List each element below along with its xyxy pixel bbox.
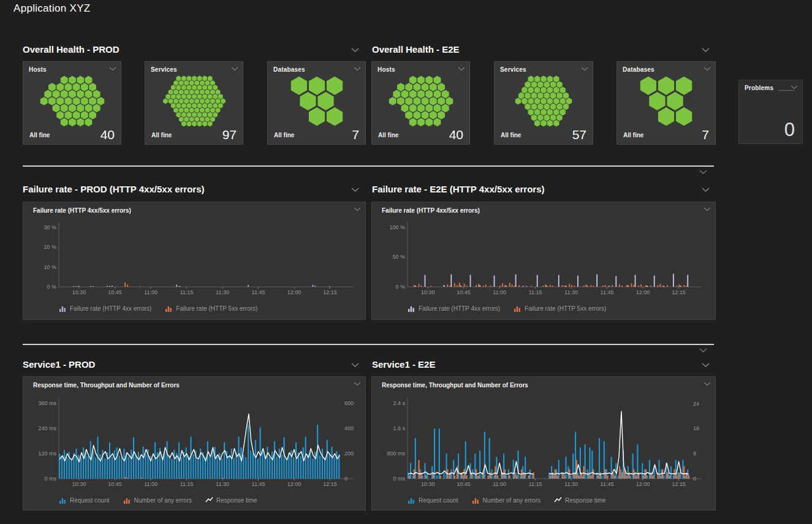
hexagon-healthy[interactable]	[93, 104, 100, 113]
hexagon-healthy[interactable]	[218, 94, 222, 99]
hexagon-healthy[interactable]	[69, 118, 76, 126]
hexagon-healthy[interactable]	[550, 115, 556, 121]
chevron-down-icon[interactable]	[351, 188, 359, 192]
hexagon-healthy[interactable]	[181, 75, 186, 81]
hexagon-healthy[interactable]	[528, 87, 534, 94]
hexagon-healthy[interactable]	[534, 109, 540, 116]
hexagon-healthy[interactable]	[202, 112, 207, 118]
hexagon-healthy[interactable]	[205, 107, 210, 113]
chevron-down-icon[interactable]	[702, 48, 710, 53]
hexagon-healthy[interactable]	[192, 121, 197, 127]
hexagon-healthy[interactable]	[544, 104, 550, 110]
hexagon-healthy[interactable]	[676, 107, 692, 126]
hexagon-healthy[interactable]	[429, 111, 436, 120]
hexagon-healthy[interactable]	[210, 116, 215, 122]
hexagon-healthy[interactable]	[197, 112, 202, 118]
hexagon-healthy[interactable]	[170, 85, 175, 90]
hexagon-healthy[interactable]	[417, 104, 425, 113]
hexagon-healthy[interactable]	[176, 103, 181, 108]
hexagon-healthy[interactable]	[189, 89, 194, 95]
hexagon-healthy[interactable]	[215, 89, 220, 95]
hexagon-healthy[interactable]	[176, 112, 181, 118]
hexagon-healthy[interactable]	[327, 107, 343, 126]
hexagon-healthy[interactable]	[199, 89, 204, 95]
hexagon-healthy[interactable]	[210, 89, 215, 95]
hexagon-healthy[interactable]	[531, 82, 537, 88]
hexagon-healthy[interactable]	[547, 98, 553, 105]
hexagon-healthy[interactable]	[640, 77, 656, 95]
hexagon-healthy[interactable]	[534, 87, 540, 94]
hexagon-healthy[interactable]	[186, 75, 191, 81]
hexagon-healthy[interactable]	[192, 103, 197, 108]
hexagon-healthy[interactable]	[184, 116, 189, 122]
hexagon-healthy[interactable]	[186, 121, 191, 127]
hexagon-healthy[interactable]	[213, 94, 218, 99]
hexagon-healthy[interactable]	[184, 107, 189, 113]
hexagon-healthy[interactable]	[189, 99, 194, 104]
hexagon-healthy[interactable]	[205, 80, 210, 86]
hexagon-healthy[interactable]	[215, 107, 220, 113]
hexagon-healthy[interactable]	[77, 118, 84, 126]
hexagon-healthy[interactable]	[168, 99, 173, 104]
hexagon-healthy[interactable]	[85, 104, 92, 113]
hexagon-healthy[interactable]	[170, 94, 175, 99]
chevron-down-icon[interactable]	[351, 363, 359, 368]
hexagon-healthy[interactable]	[541, 120, 546, 127]
hexagon-healthy[interactable]	[537, 104, 543, 110]
hexagon-healthy[interactable]	[566, 98, 572, 105]
hexagon-healthy[interactable]	[80, 83, 88, 91]
hexagon-healthy[interactable]	[199, 99, 204, 104]
hexagon-healthy[interactable]	[537, 82, 543, 88]
hexagon-healthy[interactable]	[553, 98, 559, 105]
hexagon-healthy[interactable]	[421, 97, 428, 105]
hexagon-healthy[interactable]	[528, 109, 534, 116]
hexagon-healthy[interactable]	[429, 97, 436, 105]
hexagon-healthy[interactable]	[405, 111, 412, 120]
hexagon-healthy[interactable]	[197, 94, 202, 99]
hexagon-healthy[interactable]	[199, 80, 204, 86]
hexagon-healthy[interactable]	[205, 99, 210, 104]
hexagon-healthy[interactable]	[317, 92, 333, 110]
hexagon-healthy[interactable]	[649, 92, 665, 110]
hexagon-healthy[interactable]	[56, 83, 64, 91]
hexagon-healthy[interactable]	[441, 90, 449, 99]
hexagon-healthy[interactable]	[205, 116, 210, 122]
hexagon-healthy[interactable]	[522, 87, 527, 94]
legend-item[interactable]: Failure rate (HTTP 4xx errors)	[59, 305, 151, 312]
hexagon-healthy[interactable]	[202, 121, 207, 127]
hexagon-healthy[interactable]	[163, 99, 168, 104]
hexagon-healthy[interactable]	[531, 93, 537, 99]
hexagon-healthy[interactable]	[433, 90, 441, 99]
hexagon-healthy[interactable]	[194, 80, 199, 86]
hexagon-healthy[interactable]	[397, 83, 404, 91]
legend-item[interactable]: Failure rate (HTTP 5xx errors)	[165, 305, 257, 312]
hexagon-healthy[interactable]	[80, 111, 88, 120]
hexagon-healthy[interactable]	[525, 93, 530, 99]
hexagon-healthy[interactable]	[534, 76, 540, 83]
hexagon-healthy[interactable]	[433, 104, 441, 113]
hexagon-healthy[interactable]	[64, 111, 72, 120]
hexagon-healthy[interactable]	[401, 104, 408, 113]
hexagon-healthy[interactable]	[60, 118, 67, 126]
hexagon-healthy[interactable]	[48, 97, 55, 105]
hexagon-healthy[interactable]	[563, 93, 569, 99]
hexagon-healthy[interactable]	[515, 98, 521, 105]
hexagon-healthy[interactable]	[72, 83, 80, 91]
hexagon-healthy[interactable]	[537, 93, 543, 99]
hexagon-healthy[interactable]	[77, 76, 84, 85]
hexagon-healthy[interactable]	[64, 97, 72, 105]
hexagon-healthy[interactable]	[207, 85, 212, 90]
hexagon-healthy[interactable]	[194, 107, 199, 113]
hexagon-healthy[interactable]	[541, 109, 546, 116]
hexagon-healthy[interactable]	[40, 97, 47, 105]
hexagon-healthy[interactable]	[181, 103, 186, 108]
hexagon-healthy[interactable]	[405, 83, 412, 91]
hexagon-healthy[interactable]	[192, 94, 197, 99]
hexagon-healthy[interactable]	[85, 118, 92, 126]
hexagon-healthy[interactable]	[173, 107, 178, 113]
chevron-down-icon[interactable]	[231, 67, 238, 71]
legend-item[interactable]: Request count	[408, 496, 458, 504]
hexagon-healthy[interactable]	[560, 98, 566, 105]
hexagon-healthy[interactable]	[300, 92, 316, 110]
hexagon-healthy[interactable]	[446, 97, 453, 105]
